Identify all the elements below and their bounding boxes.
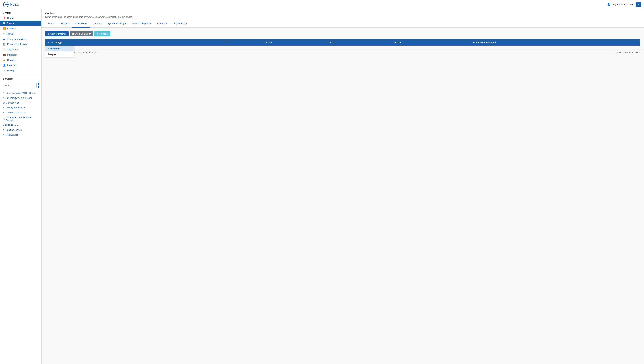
clock-icon: ◎ bbox=[3, 102, 5, 104]
activemq-icon: ≋ bbox=[3, 97, 5, 99]
topbar-gear-button[interactable]: ⚙ bbox=[636, 2, 641, 7]
sidebar-item-cloud-connections[interactable]: ☁ Cloud Connections bbox=[0, 36, 42, 42]
network-icon: 📶 bbox=[3, 27, 6, 30]
col-state-label: State bbox=[266, 41, 272, 44]
sidebar-item-firewall[interactable]: ✏ Firewall bbox=[0, 31, 42, 36]
sidebar-item-cloud-label: Cloud Connections bbox=[7, 38, 27, 40]
service-command-label: CommandService bbox=[6, 111, 25, 114]
services-search-input[interactable] bbox=[3, 83, 37, 88]
tab-containers[interactable]: Containers bbox=[72, 20, 90, 28]
sidebar-item-packages[interactable]: 💼 Packages bbox=[0, 52, 42, 58]
sidebar-item-settings[interactable]: ⚙ Settings bbox=[0, 68, 42, 73]
kura-logo-icon bbox=[3, 2, 9, 8]
service-item-deployment-service[interactable]: ⬇ DeploymentService bbox=[0, 105, 42, 110]
service-item-position-service[interactable]: ➤ PositionService bbox=[0, 128, 42, 132]
stop-container-button[interactable]: ◼ Stop Container bbox=[70, 31, 93, 36]
service-simple-artemis-label: Simple Artemis MQTT Broker bbox=[6, 92, 36, 94]
col-state: State bbox=[264, 39, 326, 46]
service-position-label: PositionService bbox=[6, 128, 22, 131]
tab-profile[interactable]: Profile bbox=[45, 20, 58, 28]
sidebar-item-identities[interactable]: 👤 Identities bbox=[0, 63, 42, 68]
deployment-icon: ⬇ bbox=[3, 106, 5, 109]
service-item-simple-artemis-mqtt-broker[interactable]: ≋ Simple Artemis MQTT Broker bbox=[0, 90, 42, 96]
sidebar-item-network-label: Network bbox=[7, 27, 16, 30]
tab-bundles[interactable]: Bundles bbox=[58, 20, 72, 28]
service-item-clock-service[interactable]: ◎ ClockService bbox=[0, 100, 42, 105]
app-body: System ❗ Status 🖥 Device 📶 Network ✏ Fir… bbox=[0, 9, 644, 364]
sidebar: System ❗ Status 🖥 Device 📶 Network ✏ Fir… bbox=[0, 9, 42, 364]
sidebar-item-settings-label: Settings bbox=[7, 69, 15, 72]
col-id-label: ID bbox=[225, 41, 227, 44]
tab-command[interactable]: Command bbox=[154, 20, 171, 28]
asset-type-dropdown: Containers Images bbox=[45, 46, 74, 57]
topbar-right: 👤 Logged in as admin ⚙ bbox=[607, 2, 641, 7]
page-subtitle: Summary information about the current ha… bbox=[45, 16, 640, 18]
sidebar-item-identities-label: Identities bbox=[7, 64, 17, 67]
service-item-command-service[interactable]: ›_ CommandService bbox=[0, 110, 42, 115]
dropdown-item-containers[interactable]: Containers bbox=[46, 46, 74, 52]
sidebar-item-device[interactable]: 🖥 Device bbox=[0, 21, 42, 26]
sidebar-item-security[interactable]: 🔒 Security bbox=[0, 58, 42, 63]
status-icon: ❗ bbox=[3, 17, 6, 20]
identities-icon: 👤 bbox=[3, 64, 6, 67]
sidebar-item-wire-graph[interactable]: ⬡ Wire Graph bbox=[0, 47, 42, 52]
system-section-title: System bbox=[0, 9, 42, 16]
col-framework-managed-label: Framework Managed bbox=[472, 41, 496, 44]
col-name: Name bbox=[326, 39, 392, 46]
col-asset-type: ▲ Asset Type Containers Images bbox=[45, 39, 223, 46]
svg-point-1 bbox=[5, 4, 7, 6]
h2db-icon: ≡ bbox=[3, 124, 4, 126]
tab-system-logs[interactable]: System Logs bbox=[171, 20, 190, 28]
col-asset-type-label: Asset Type bbox=[51, 41, 63, 44]
sidebar-item-status-label: Status bbox=[7, 17, 14, 20]
topbar-logged-in-label: Logged in as bbox=[612, 3, 625, 6]
footer-version: KURA_5.2.0-SNAPSHOT bbox=[615, 51, 640, 54]
sidebar-item-drivers-and-assets[interactable]: 📋 Drivers and Assets bbox=[0, 42, 42, 47]
sidebar-item-network[interactable]: 📶 Network bbox=[0, 26, 42, 31]
col-name-label: Name bbox=[328, 41, 334, 44]
sidebar-item-packages-label: Packages bbox=[7, 54, 18, 56]
packages-icon: 💼 bbox=[3, 54, 6, 56]
service-rest-label: RestService bbox=[6, 134, 18, 136]
settings-icon: ⚙ bbox=[3, 69, 5, 72]
sidebar-item-firewall-label: Firewall bbox=[6, 32, 15, 35]
service-item-rest-service[interactable]: ≋ RestService bbox=[0, 132, 42, 137]
topbar: kura 👤 Logged in as admin ⚙ bbox=[0, 0, 644, 9]
service-item-container-orchestration-service[interactable]: ◎ Container Orchestration Service bbox=[0, 115, 42, 122]
start-container-button[interactable]: ▶ Start Container bbox=[45, 31, 69, 36]
sort-arrow-icon: ▲ bbox=[48, 42, 49, 44]
sidebar-item-status[interactable]: ❗ Status bbox=[0, 16, 42, 21]
content-area: ▶ Start Container ◼ Stop Container ↻ Ref… bbox=[42, 28, 644, 49]
tab-system-properties[interactable]: System Properties bbox=[129, 20, 154, 28]
drivers-icon: 📋 bbox=[3, 43, 6, 46]
topbar-username: admin bbox=[627, 3, 634, 6]
device-icon: 🖥 bbox=[3, 22, 5, 25]
tab-threads[interactable]: Threads bbox=[90, 20, 105, 28]
logo: kura bbox=[3, 2, 19, 8]
tab-system-packages[interactable]: System Packages bbox=[105, 20, 129, 28]
footer: Copyright © 2011-2022 Eurotech and other… bbox=[42, 49, 644, 56]
service-clock-label: ClockService bbox=[6, 102, 20, 104]
topbar-user-icon: 👤 bbox=[607, 3, 610, 6]
service-item-h2db-service[interactable]: ≡ H2DbService bbox=[0, 122, 42, 128]
sidebar-item-drivers-label: Drivers and Assets bbox=[7, 43, 27, 46]
refresh-button[interactable]: ↻ Refresh bbox=[94, 31, 110, 36]
services-search-row: + bbox=[3, 83, 39, 88]
security-icon: 🔒 bbox=[3, 59, 6, 62]
service-h2db-label: H2DbService bbox=[5, 124, 19, 126]
col-id: ID bbox=[223, 39, 264, 46]
logo-text: kura bbox=[10, 2, 19, 7]
dropdown-item-images[interactable]: Images bbox=[46, 52, 74, 57]
service-item-activemq-artemis-broker[interactable]: ≋ ActiveMQ Artemis Broker bbox=[0, 96, 42, 100]
services-add-button[interactable]: + bbox=[38, 83, 39, 88]
tabs-bar: Profile Bundles Containers Threads Syste… bbox=[42, 20, 644, 28]
page-title: Device bbox=[45, 12, 640, 15]
services-section-title: Services bbox=[0, 75, 42, 81]
col-framework-managed: Framework Managed bbox=[470, 39, 640, 46]
command-icon: ›_ bbox=[3, 111, 5, 114]
mqtt-broker-icon: ≋ bbox=[3, 92, 5, 94]
col-version-label: Version bbox=[394, 41, 402, 44]
service-deployment-label: DeploymentService bbox=[6, 106, 26, 109]
wire-graph-icon: ⬡ bbox=[3, 48, 5, 51]
containers-table: ▲ Asset Type Containers Images ID bbox=[45, 39, 640, 46]
